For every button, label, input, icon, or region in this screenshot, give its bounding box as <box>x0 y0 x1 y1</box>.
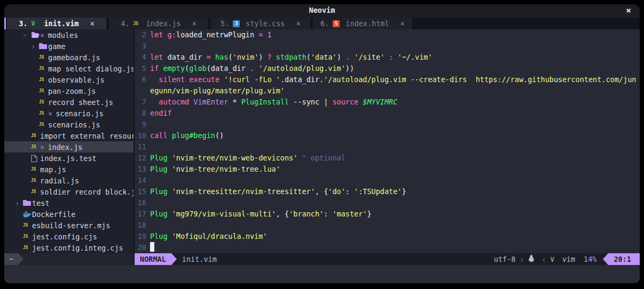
code-line[interactable]: 5if empty(glob(data_dir . '/autoload/plu… <box>135 63 640 74</box>
editor-buffer[interactable]: 2let g:loaded_netrwPlugin = 134let data_… <box>135 29 640 253</box>
window-close-button[interactable]: × <box>626 5 631 15</box>
file-name: jest.config.integ.cjs <box>32 244 123 252</box>
command-line[interactable] <box>4 265 640 283</box>
window-title: Neovim <box>4 6 640 14</box>
linux-icon <box>529 255 538 262</box>
scroll-progress: 14% <box>584 255 596 263</box>
tree-row[interactable]: JSrecord_sheet.js <box>4 97 133 108</box>
tree-row[interactable]: JSgameboard.js <box>4 52 133 63</box>
tree-row[interactable]: JS×scenario.js <box>4 108 133 119</box>
js-icon: JS <box>39 77 48 82</box>
js-icon: JS <box>39 55 48 60</box>
code-line[interactable]: 17Plug 'mg979/vim-visual-multi', {'branc… <box>135 208 640 220</box>
tree-row[interactable]: JSmap_select_dialog.js <box>4 63 133 74</box>
code-line[interactable]: 6 silent execute '!curl -fLo '.data_dir.… <box>135 74 640 97</box>
file-name: radial.js <box>40 176 79 185</box>
file-name: index.js <box>48 143 82 151</box>
code-line[interactable]: 3 <box>135 41 640 52</box>
code-line[interactable]: 7 autocmd VimEnter * PlugInstall --sync … <box>135 97 640 108</box>
main-statusline: NORMAL init.vim utf-8 ‹ ‹ V vim 14% 20:1 <box>135 253 640 265</box>
tree-row[interactable]: JSobservable.js <box>4 74 133 85</box>
chevron-closed-icon[interactable]: › <box>31 42 39 51</box>
powerline-arrow-icon <box>18 253 23 265</box>
tree-row[interactable]: JSradial.js <box>4 175 133 186</box>
code-line[interactable]: 4let data_dir = has('nvim') ? stdpath('d… <box>135 52 640 63</box>
code-line[interactable]: 8endif <box>135 108 640 119</box>
tab-index.html[interactable]: 6.5index.html× <box>313 18 412 29</box>
code-line[interactable]: 10call plug#begin() <box>135 130 640 141</box>
html-icon: 5 <box>333 20 342 27</box>
line-number: 17 <box>135 208 150 220</box>
folder-icon <box>23 199 32 206</box>
code-line[interactable]: 19Plug 'Mofiqul/dracula.nvim' <box>135 231 640 242</box>
x-mark-icon: × <box>48 109 52 118</box>
powerline-arrow-icon <box>603 253 608 265</box>
code-text <box>150 197 640 208</box>
tree-row[interactable]: ›game <box>4 41 133 52</box>
js-icon: JS <box>31 178 40 183</box>
line-number: 14 <box>135 175 150 186</box>
tree-row[interactable]: ›test <box>4 197 133 208</box>
mode-indicator: NORMAL <box>135 253 171 265</box>
tree-row[interactable]: JSsoldier_record_block.j <box>4 186 133 197</box>
tree-row[interactable]: JSjest.config.integ.cjs <box>4 242 133 253</box>
line-number: 8 <box>135 108 150 119</box>
tree-row[interactable]: ›×modules <box>4 29 133 41</box>
folder-icon <box>39 43 48 50</box>
tree-row[interactable]: Dockerfile <box>4 208 133 220</box>
file-name: record_sheet.js <box>48 98 113 107</box>
tree-row[interactable]: JSimport_external_resour <box>4 130 133 141</box>
tab-number: 6. <box>320 19 329 28</box>
line-number: 11 <box>135 141 150 152</box>
code-line[interactable]: 20 <box>135 242 640 253</box>
main-area: ›×modules›gameJSgameboard.jsJSmap_select… <box>4 29 640 253</box>
js-icon: JS <box>31 189 40 194</box>
titlebar[interactable]: Neovim × <box>4 4 640 18</box>
js-icon: JS <box>23 234 32 239</box>
code-line[interactable]: 2let g:loaded_netrwPlugin = 1 <box>135 29 640 41</box>
file-name: observable.js <box>48 76 105 84</box>
file-name: test <box>32 199 50 207</box>
tab-style.css[interactable]: 5.3style.css× <box>211 18 310 29</box>
tree-row[interactable]: JSesbuild-server.mjs <box>4 220 133 231</box>
tree-row[interactable]: JSscenarios.js <box>4 119 133 130</box>
line-number: 4 <box>135 52 150 63</box>
code-line[interactable]: 12Plug 'nvim-tree/nvim-web-devicons' " o… <box>135 152 640 164</box>
vim-icon: V <box>31 20 40 27</box>
tree-row[interactable]: JSjest.config.cjs <box>4 231 133 242</box>
code-line[interactable]: 13Plug 'nvim-tree/nvim-tree.lua' <box>135 164 640 175</box>
chevron-closed-icon[interactable]: › <box>15 199 23 207</box>
line-number: 3 <box>135 41 150 52</box>
tab-label: index.html <box>345 19 389 28</box>
tab-index.js[interactable]: 4.JSindex.js× <box>109 18 208 29</box>
tree-row[interactable]: JS×index.js <box>4 141 133 152</box>
tree-row[interactable]: JSpan-zoom.js <box>4 85 133 97</box>
chevron-open-icon[interactable]: › <box>23 31 31 39</box>
tab-close-icon[interactable]: × <box>90 19 94 28</box>
tab-close-icon[interactable]: × <box>296 19 300 28</box>
tab-close-icon[interactable]: × <box>192 19 196 28</box>
file-name: soldier_record_block.j <box>40 188 133 196</box>
tab-close-icon[interactable]: × <box>400 19 405 28</box>
filetype-indicator: vim <box>562 255 575 263</box>
js-icon: JS <box>31 144 40 149</box>
code-line[interactable]: 14 <box>135 175 640 186</box>
code-line[interactable]: 18 <box>135 220 640 231</box>
docker-icon <box>23 211 32 218</box>
js-icon: JS <box>23 245 32 250</box>
js-icon: JS <box>39 100 48 105</box>
code-line[interactable]: 9 <box>135 119 640 130</box>
tree-row[interactable]: index.js.test <box>4 152 133 164</box>
code-line[interactable]: 11 <box>135 141 640 152</box>
angle-separator-icon: ‹ <box>520 253 524 265</box>
code-text <box>150 175 640 186</box>
file-name: map.js <box>40 165 66 174</box>
tab-init.vim[interactable]: 3.Vinit.vim× <box>7 18 106 29</box>
code-line[interactable]: 15Plug 'nvim-treesitter/nvim-treesitter'… <box>135 186 640 197</box>
code-line[interactable]: 16 <box>135 197 640 208</box>
file-name: scenarios.js <box>48 121 100 129</box>
line-number: 9 <box>135 119 150 130</box>
code-text: Plug 'nvim-tree/nvim-tree.lua' <box>150 164 640 175</box>
tree-row[interactable]: JSmap.js <box>4 164 133 175</box>
code-text <box>150 220 640 231</box>
